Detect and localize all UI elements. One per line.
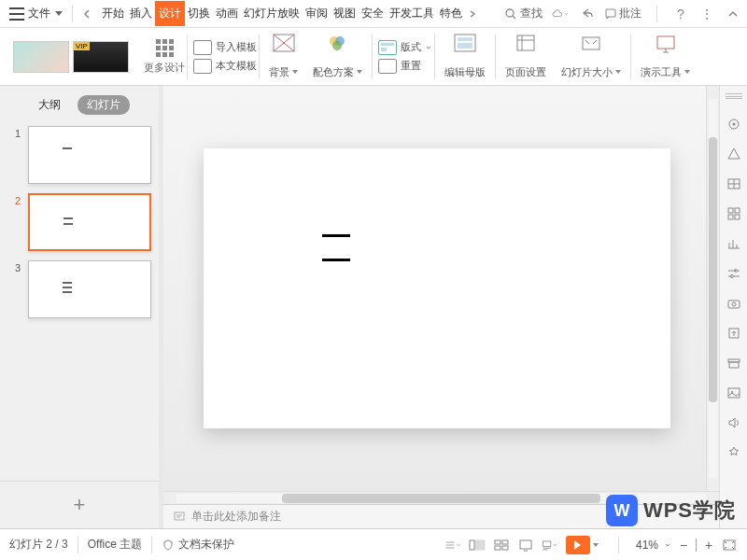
slide-size-button[interactable]: 幻灯片大小: [554, 32, 628, 82]
slide-thumbnail-1[interactable]: [28, 126, 151, 184]
layout-icon: [378, 40, 397, 55]
tab-insert[interactable]: 插入: [127, 1, 155, 26]
tab-security[interactable]: 安全: [359, 1, 387, 26]
separator: [372, 35, 373, 79]
zoom-out-button[interactable]: −: [677, 538, 690, 553]
tab-review[interactable]: 审阅: [303, 1, 331, 26]
tab-slideshow[interactable]: 幻灯片放映: [241, 1, 303, 26]
slide-size-icon: [578, 32, 604, 56]
tab-start[interactable]: 开始: [99, 1, 127, 26]
separator: [495, 35, 496, 79]
rail-export-icon[interactable]: [726, 325, 742, 342]
import-template-icon: [193, 40, 212, 55]
rail-table-icon[interactable]: [726, 175, 742, 192]
page-setup-button[interactable]: 页面设置: [498, 32, 554, 82]
shape-line-2[interactable]: [322, 259, 350, 261]
help-icon[interactable]: ?: [672, 6, 689, 22]
svg-rect-31: [470, 540, 474, 550]
tab-outline[interactable]: 大纲: [29, 95, 70, 115]
svg-rect-32: [475, 540, 485, 550]
scroll-thumb[interactable]: [282, 494, 599, 503]
rail-chart-icon[interactable]: [726, 235, 742, 252]
rail-image-icon[interactable]: [726, 385, 742, 401]
rail-grid-icon[interactable]: [726, 205, 742, 222]
back-icon[interactable]: [78, 6, 95, 22]
svg-point-5: [332, 41, 342, 50]
zoom-value[interactable]: 41%: [636, 539, 658, 552]
file-menu-button[interactable]: 文件: [6, 4, 66, 23]
theme-gallery: VIP: [6, 32, 136, 82]
slide-item[interactable]: 3: [15, 260, 151, 318]
svg-rect-29: [728, 388, 740, 398]
slide-item[interactable]: 2: [15, 193, 151, 251]
tab-view[interactable]: 视图: [331, 1, 359, 26]
edit-master-button[interactable]: 编辑母版: [437, 32, 493, 82]
share-icon[interactable]: [578, 6, 595, 22]
svg-rect-38: [543, 540, 551, 546]
tab-overflow-icon[interactable]: [467, 8, 478, 20]
color-scheme-button[interactable]: 配色方案: [305, 32, 370, 82]
slide-number: 1: [15, 126, 28, 139]
slide-thumbnail-3[interactable]: [28, 260, 151, 318]
rail-audio-icon[interactable]: [726, 414, 742, 431]
tab-design[interactable]: 设计: [155, 1, 185, 26]
svg-point-0: [506, 9, 514, 17]
slideshow-button[interactable]: [566, 536, 601, 554]
view-sorter-icon[interactable]: [493, 538, 510, 553]
comment-button[interactable]: 批注: [604, 6, 641, 22]
canvas-viewport[interactable]: [163, 86, 719, 491]
hamburger-icon: [9, 7, 24, 21]
zoom-slider[interactable]: [696, 539, 697, 552]
slide-number: 2: [15, 193, 28, 206]
svg-rect-28: [729, 362, 739, 368]
rail-select-icon[interactable]: [726, 116, 742, 133]
tab-special[interactable]: 特色: [437, 1, 465, 26]
present-tools-button[interactable]: 演示工具: [633, 32, 698, 82]
status-right: 41% − +: [444, 536, 738, 554]
chevron-down-icon[interactable]: [664, 541, 671, 549]
svg-rect-33: [495, 540, 500, 544]
add-slide-button[interactable]: +: [0, 481, 159, 528]
canvas-area: 单击此处添加备注: [163, 86, 719, 528]
background-button[interactable]: 背景: [261, 32, 305, 82]
view-notes-icon[interactable]: [542, 538, 558, 553]
more-designs-button[interactable]: 更多设计: [144, 39, 185, 75]
horizontal-scrollbar[interactable]: [163, 491, 719, 504]
separator: [618, 537, 619, 553]
vertical-scrollbar[interactable]: [706, 86, 719, 491]
reset-icon: [378, 59, 397, 74]
notes-bar[interactable]: 单击此处添加备注: [163, 504, 719, 528]
view-menu-icon[interactable]: [444, 538, 461, 553]
theme-preset-2[interactable]: VIP: [73, 41, 129, 73]
local-template-button[interactable]: 本文模板: [193, 59, 257, 74]
tab-transition[interactable]: 切换: [185, 1, 213, 26]
rail-settings-icon[interactable]: [726, 265, 742, 282]
rail-archive-icon[interactable]: [726, 355, 742, 371]
scroll-thumb[interactable]: [709, 137, 717, 402]
shape-line-1[interactable]: [322, 234, 350, 237]
view-reading-icon[interactable]: [517, 538, 534, 553]
view-normal-icon[interactable]: [469, 538, 486, 553]
collapse-ribbon-icon[interactable]: [725, 6, 741, 22]
zoom-in-button[interactable]: +: [702, 538, 715, 553]
reset-button[interactable]: 重置: [378, 59, 432, 74]
tab-animation[interactable]: 动画: [213, 1, 241, 26]
svg-rect-14: [175, 512, 184, 520]
rail-tools-icon[interactable]: [726, 444, 742, 461]
slide-canvas[interactable]: [204, 148, 670, 428]
play-dropdown-icon[interactable]: [590, 536, 601, 554]
cloud-icon[interactable]: [552, 6, 569, 22]
rail-shape-icon[interactable]: [726, 146, 742, 162]
format-button[interactable]: 版式: [378, 40, 432, 55]
more-icon[interactable]: ⋮: [698, 6, 715, 22]
slide-thumbnail-2[interactable]: [28, 193, 151, 251]
fit-window-icon[interactable]: [721, 538, 738, 553]
search-button[interactable]: 查找: [504, 6, 543, 21]
theme-preset-1[interactable]: [13, 41, 69, 73]
protection-status[interactable]: 文档未保护: [178, 537, 234, 553]
tab-developer[interactable]: 开发工具: [387, 1, 437, 26]
slide-item[interactable]: 1: [15, 126, 151, 184]
import-template-button[interactable]: 导入模板: [193, 40, 257, 55]
rail-camera-icon[interactable]: [726, 295, 742, 312]
tab-slides[interactable]: 幻灯片: [78, 95, 130, 115]
